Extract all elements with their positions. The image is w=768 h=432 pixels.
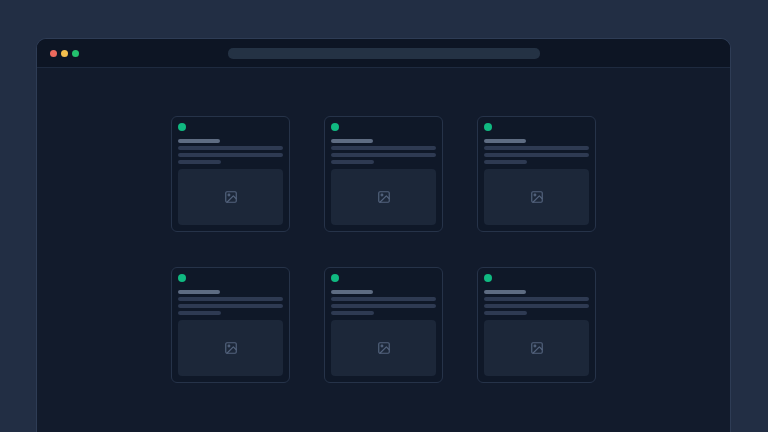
skeleton-line-title (331, 290, 373, 294)
skeleton-line-long (331, 153, 436, 157)
traffic-lights (50, 50, 79, 57)
skeleton-lines (331, 139, 436, 164)
skeleton-line-long (178, 146, 283, 150)
skeleton-line-short (484, 160, 527, 164)
skeleton-line-short (178, 311, 221, 315)
status-indicator (331, 123, 339, 131)
browser-window (36, 38, 731, 432)
image-placeholder-icon (530, 190, 544, 204)
skeleton-line-short (484, 311, 527, 315)
image-placeholder (484, 169, 589, 225)
skeleton-lines (178, 290, 283, 315)
skeleton-line-short (331, 311, 374, 315)
skeleton-line-long (331, 304, 436, 308)
card-grid (37, 116, 730, 383)
skeleton-line-title (484, 290, 526, 294)
status-indicator (484, 123, 492, 131)
image-placeholder-icon (224, 190, 238, 204)
skeleton-line-long (484, 153, 589, 157)
skeleton-line-title (178, 139, 220, 143)
image-placeholder-icon (530, 341, 544, 355)
content-card[interactable] (171, 116, 290, 232)
traffic-light-minimize[interactable] (61, 50, 68, 57)
skeleton-line-long (331, 146, 436, 150)
skeleton-line-long (178, 297, 283, 301)
traffic-light-zoom[interactable] (72, 50, 79, 57)
content-card[interactable] (324, 267, 443, 383)
status-indicator (178, 123, 186, 131)
content-card[interactable] (477, 116, 596, 232)
image-placeholder (331, 320, 436, 376)
image-placeholder (484, 320, 589, 376)
skeleton-line-short (331, 160, 374, 164)
skeleton-lines (484, 290, 589, 315)
image-placeholder-icon (224, 341, 238, 355)
skeleton-line-long (178, 153, 283, 157)
status-indicator (178, 274, 186, 282)
skeleton-line-long (484, 304, 589, 308)
content-card[interactable] (171, 267, 290, 383)
skeleton-line-title (331, 139, 373, 143)
image-placeholder-icon (377, 341, 391, 355)
skeleton-lines (331, 290, 436, 315)
skeleton-line-long (484, 146, 589, 150)
url-bar[interactable] (228, 48, 540, 59)
skeleton-line-title (484, 139, 526, 143)
skeleton-lines (178, 139, 283, 164)
skeleton-line-short (178, 160, 221, 164)
skeleton-line-long (178, 304, 283, 308)
content-card[interactable] (324, 116, 443, 232)
skeleton-line-long (484, 297, 589, 301)
skeleton-line-title (178, 290, 220, 294)
image-placeholder (178, 169, 283, 225)
image-placeholder (331, 169, 436, 225)
image-placeholder (178, 320, 283, 376)
skeleton-lines (484, 139, 589, 164)
status-indicator (484, 274, 492, 282)
browser-titlebar (37, 39, 730, 68)
image-placeholder-icon (377, 190, 391, 204)
traffic-light-close[interactable] (50, 50, 57, 57)
status-indicator (331, 274, 339, 282)
skeleton-line-long (331, 297, 436, 301)
content-card[interactable] (477, 267, 596, 383)
window-content (37, 68, 730, 383)
